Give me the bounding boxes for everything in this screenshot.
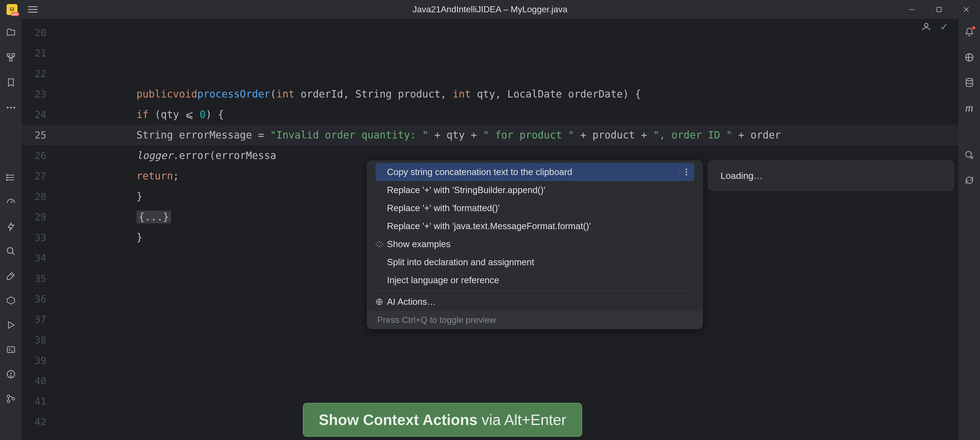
svg-rect-5 xyxy=(12,54,14,56)
window-title: Java21AndIntelliJIDEA – MyLogger.java xyxy=(413,4,567,14)
bookmarks-icon[interactable] xyxy=(5,77,16,88)
line-number: 35 xyxy=(22,273,46,284)
svg-line-18 xyxy=(12,253,15,255)
svg-rect-1 xyxy=(937,7,941,12)
maximize-button[interactable] xyxy=(926,0,953,19)
line-number: 37 xyxy=(22,314,46,325)
svg-point-24 xyxy=(11,376,11,377)
more-icon[interactable] xyxy=(5,102,16,113)
line-number: 41 xyxy=(22,396,46,407)
ai-assistant-icon[interactable] xyxy=(964,52,975,63)
svg-point-27 xyxy=(12,398,15,400)
line-number: 42 xyxy=(22,416,46,427)
editor[interactable]: ✓ 20 21 22 23 24 25💡 26 27 28 29 33 34 3… xyxy=(22,19,958,440)
svg-point-7 xyxy=(7,107,8,108)
vcs-icon[interactable] xyxy=(5,393,16,404)
structure-icon[interactable] xyxy=(5,52,16,63)
loading-popup: Loading… xyxy=(708,161,954,191)
action-replace-stringbuilder[interactable]: Replace '+' with 'StringBuilder.append()… xyxy=(368,181,702,199)
database-icon[interactable] xyxy=(964,77,975,88)
title-bar: IJ Java21AndIntelliJIDEA – MyLogger.java xyxy=(0,0,980,19)
problems-icon[interactable] xyxy=(5,369,16,379)
app-icon[interactable]: IJ xyxy=(6,4,18,15)
popup-separator xyxy=(375,291,694,291)
hexagon-icon[interactable] xyxy=(5,295,16,306)
svg-point-31 xyxy=(686,174,687,175)
line-number: 24 xyxy=(22,109,46,120)
main-menu-button[interactable] xyxy=(28,6,38,13)
svg-point-15 xyxy=(6,180,7,180)
line-number: 27 xyxy=(22,171,46,182)
svg-point-9 xyxy=(13,107,15,108)
svg-rect-4 xyxy=(7,54,10,56)
svg-rect-21 xyxy=(7,347,15,352)
search-icon[interactable] xyxy=(5,246,16,257)
line-number: 29 xyxy=(22,211,46,223)
right-tool-rail: m xyxy=(958,19,980,440)
action-ai-actions[interactable]: AI Actions… xyxy=(368,293,702,311)
svg-point-13 xyxy=(6,175,7,175)
line-number: 34 xyxy=(22,252,46,263)
minimize-button[interactable] xyxy=(898,0,926,19)
line-number: 25 xyxy=(22,129,46,141)
notifications-icon[interactable] xyxy=(964,27,975,38)
line-number: 39 xyxy=(22,355,46,366)
line-number: 40 xyxy=(22,375,46,386)
line-number: 26 xyxy=(22,150,46,161)
context-actions-popup: Copy string concatenation text to the cl… xyxy=(367,161,703,329)
line-number: 33 xyxy=(22,232,46,243)
svg-point-26 xyxy=(7,400,10,403)
project-icon[interactable] xyxy=(5,27,16,38)
svg-point-17 xyxy=(7,248,13,253)
svg-point-25 xyxy=(7,395,10,398)
svg-point-30 xyxy=(686,172,687,173)
line-number: 20 xyxy=(22,27,46,38)
line-number: 22 xyxy=(22,68,46,79)
line-number: 38 xyxy=(22,334,46,346)
line-number: 28 xyxy=(22,191,46,202)
svg-line-16 xyxy=(11,201,13,203)
sync-icon[interactable] xyxy=(964,175,975,186)
action-replace-formatted[interactable]: Replace '+' with 'formatted()' xyxy=(368,199,702,217)
svg-marker-19 xyxy=(7,297,15,304)
popup-footer: Press Ctrl+Q to toggle preview xyxy=(368,311,702,329)
gutter: 20 21 22 23 24 25💡 26 27 28 29 33 34 35 … xyxy=(22,19,71,432)
svg-point-8 xyxy=(10,107,12,108)
run-icon[interactable] xyxy=(5,320,16,330)
action-split-declaration[interactable]: Split into declaration and assignment xyxy=(368,253,702,271)
action-inject-language[interactable]: Inject language or reference xyxy=(368,271,702,289)
terminal-icon[interactable] xyxy=(5,344,16,355)
hammer-icon[interactable] xyxy=(5,270,16,281)
code-fold[interactable]: {...} xyxy=(137,210,171,223)
sparkle-icon xyxy=(375,240,383,248)
svg-point-14 xyxy=(6,177,7,178)
dashboard-icon[interactable] xyxy=(5,197,16,207)
more-icon[interactable] xyxy=(679,167,688,177)
lightning-icon[interactable] xyxy=(5,221,16,232)
presentation-banner: Show Context Actions via Alt+Enter xyxy=(303,403,582,437)
svg-marker-20 xyxy=(8,322,14,328)
action-copy-concat[interactable]: Copy string concatenation text to the cl… xyxy=(375,163,694,181)
line-number: 36 xyxy=(22,293,46,304)
svg-point-29 xyxy=(686,169,687,170)
close-button[interactable] xyxy=(953,0,980,19)
window-controls xyxy=(898,0,980,19)
line-number: 23 xyxy=(22,88,46,100)
svg-point-32 xyxy=(966,78,973,81)
svg-rect-6 xyxy=(10,59,12,61)
ai-icon xyxy=(375,298,383,306)
svg-point-33 xyxy=(966,151,971,157)
todo-icon[interactable] xyxy=(5,172,16,183)
maven-icon[interactable]: m xyxy=(964,102,975,113)
action-replace-messageformat[interactable]: Replace '+' with 'java.text.MessageForma… xyxy=(368,217,702,235)
line-number: 21 xyxy=(22,48,46,59)
action-show-examples[interactable]: Show examples xyxy=(368,235,702,253)
coverage-icon[interactable] xyxy=(964,150,975,161)
